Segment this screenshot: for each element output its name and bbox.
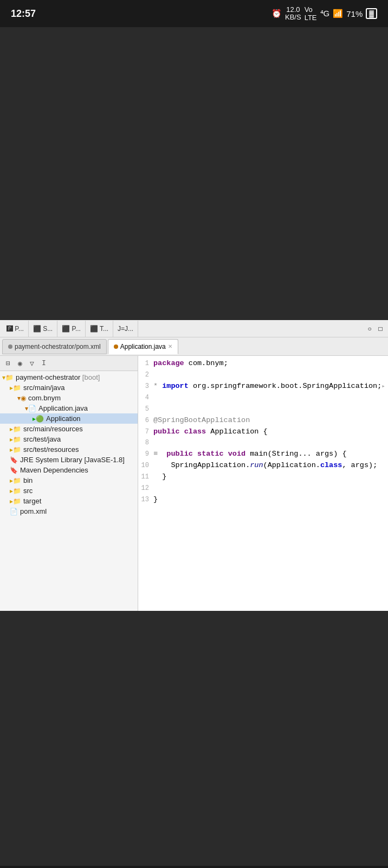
time-display: 12:57	[11, 8, 36, 20]
status-icons: ⏰ 12.0KB/S VoLTE ⁴G 📶 71% ▓	[271, 5, 377, 22]
code-line-11: 11 }	[138, 471, 388, 483]
com-bnym-label: com.bnym	[28, 394, 61, 402]
left-panel: ⊟ ◉ ▽ I ▾📁 payment-ochestrator [boot] ▸📁…	[0, 356, 138, 611]
panel-menu-button[interactable]: □	[375, 325, 386, 333]
collapse-all-icon[interactable]: ⊟	[3, 359, 13, 368]
tree-item-maven-deps[interactable]: 🔖 Maven Dependencies	[0, 465, 138, 475]
tab-application-java[interactable]: Application.java ✕	[108, 339, 178, 354]
src-main-resources-label: src/main/resources	[23, 425, 83, 433]
tree-item-jre-lib[interactable]: 🔖 JRE System Library [JavaSE-1.8]	[0, 455, 138, 465]
bottom-background-area	[0, 611, 388, 866]
link-with-editor-icon[interactable]: ◉	[15, 359, 25, 368]
panel-tabs-row[interactable]: 🅿 P... ⬛ S... ⬛ P... ⬛ T... J=J... ○ □	[0, 320, 388, 337]
tree-item-src-main-resources[interactable]: ▸📁 src/main/resources	[0, 424, 138, 434]
tree-item-application-java[interactable]: ▾📄 Application.java	[0, 403, 138, 413]
src-test-resources-icon: ▸📁	[10, 446, 21, 454]
panel-tab-s[interactable]: ⬛ S...	[29, 321, 57, 337]
tree-item-com-bnym[interactable]: ▾◉ com.bnym	[0, 393, 138, 403]
tree-item-src-test-java[interactable]: ▸📁 src/test/java	[0, 434, 138, 444]
line-content-1: package com.bnym;	[153, 358, 388, 369]
maven-deps-icon: 🔖	[10, 467, 18, 474]
src-icon: ▸📁	[10, 487, 21, 495]
code-line-12: 12	[138, 483, 388, 494]
more-options-icon[interactable]: I	[39, 359, 49, 368]
target-label: target	[23, 497, 41, 505]
tree-item-src[interactable]: ▸📁 src	[0, 486, 138, 496]
panel-tab-j[interactable]: J=J...	[113, 321, 138, 337]
line-content-10: SpringApplication.run(Application.class,…	[153, 460, 388, 471]
panel-tab-s-label: ⬛ S...	[33, 325, 53, 333]
tab-close-hint: ✕	[168, 343, 172, 349]
tree-item-project-root[interactable]: ▾📁 payment-ochestrator [boot]	[0, 372, 138, 382]
project-tree[interactable]: ▾📁 payment-ochestrator [boot] ▸📁 src/mai…	[0, 371, 138, 611]
code-line-4: 4	[138, 392, 388, 404]
line-content-3: * import org.springframework.boot.Spring…	[153, 381, 388, 392]
application-java-label: Application.java	[38, 404, 88, 412]
line-content-9: ≡ public static void main(String... args…	[153, 449, 388, 460]
tab-pom-dot	[8, 344, 12, 349]
src-main-java-label: src/main/java	[23, 384, 65, 392]
package-expand-icon: ▾◉	[17, 394, 26, 402]
line-number-5: 5	[138, 404, 153, 414]
tree-item-src-main-java[interactable]: ▸📁 src/main/java	[0, 382, 138, 393]
src-test-java-icon: ▸📁	[10, 436, 21, 443]
tree-item-bin[interactable]: ▸📁 bin	[0, 475, 138, 486]
tree-item-application-class[interactable]: ▸🟢 Application	[0, 413, 138, 424]
line-number-8: 8	[138, 437, 153, 448]
line-number-11: 11	[138, 471, 153, 482]
line-content-6: @SpringBootApplication	[153, 415, 388, 426]
tab-pom-xml[interactable]: payment-ochestrator/pom.xml	[2, 339, 107, 354]
panel-tab-p1-label: 🅿 P...	[7, 325, 24, 333]
panel-tab-p1[interactable]: 🅿 P...	[2, 321, 29, 337]
line-content-13: }	[153, 494, 388, 506]
project-toolbar: ⊟ ◉ ▽ I	[0, 356, 138, 371]
status-bar: 12:57 ⏰ 12.0KB/S VoLTE ⁴G 📶 71% ▓	[0, 0, 388, 27]
tab-java-dot	[114, 344, 118, 349]
project-root-icon: ▾📁	[2, 374, 14, 381]
code-line-7: 7 public class Application {	[138, 426, 388, 438]
src-test-java-label: src/test/java	[23, 435, 61, 443]
code-line-9: 9 ≡ public static void main(String... ar…	[138, 449, 388, 460]
project-root-label: payment-ochestrator [boot]	[16, 373, 100, 381]
tab-java-label: Application.java	[120, 343, 166, 350]
code-line-6: 6 @SpringBootApplication	[138, 415, 388, 426]
application-class-label: Application	[46, 414, 81, 423]
maven-deps-label: Maven Dependencies	[20, 466, 88, 474]
code-line-3: 3 * import org.springframework.boot.Spri…	[138, 381, 388, 392]
line-content-12	[153, 483, 388, 494]
code-line-13: 13 }	[138, 494, 388, 506]
panel-tab-t[interactable]: ⬛ T...	[86, 321, 113, 337]
line-number-6: 6	[138, 415, 153, 426]
src-test-resources-label: src/test/resources	[23, 445, 79, 454]
speed-display: 12.0KB/S	[285, 6, 301, 22]
tree-item-src-test-resources[interactable]: ▸📁 src/test/resources	[0, 444, 138, 455]
panel-tab-t-label: ⬛ T...	[90, 325, 108, 333]
line-number-1: 1	[138, 358, 153, 369]
line-content-2	[153, 369, 388, 381]
tree-item-pom-xml[interactable]: 📄 pom.xml	[0, 506, 138, 516]
code-lines-area: 1 package com.bnym; 2 3 * import org.spr…	[138, 356, 388, 611]
line-number-7: 7	[138, 426, 153, 437]
filter-icon[interactable]: ▽	[27, 359, 37, 368]
code-line-5: 5	[138, 404, 388, 415]
line-number-12: 12	[138, 483, 153, 494]
code-line-8: 8	[138, 437, 388, 449]
java-file-expand-icon: ▾📄	[25, 405, 36, 412]
file-tabs-bar[interactable]: payment-ochestrator/pom.xml Application.…	[0, 337, 388, 356]
panel-tab-j-label: J=J...	[118, 325, 133, 333]
battery-display: 71%	[346, 9, 363, 18]
panel-tab-p2[interactable]: ⬛ P...	[57, 321, 86, 337]
bin-label: bin	[23, 476, 33, 484]
class-icon: ▸🟢	[33, 415, 44, 423]
line-content-7: public class Application {	[153, 426, 388, 438]
tab-pom-label: payment-ochestrator/pom.xml	[15, 343, 101, 350]
navigation-bar	[0, 866, 388, 868]
line-number-13: 13	[138, 494, 153, 505]
top-background-area	[0, 27, 388, 320]
panel-tab-p2-label: ⬛ P...	[62, 325, 81, 333]
tree-item-target[interactable]: ▸📁 target	[0, 496, 138, 506]
ide-body: ⊟ ◉ ▽ I ▾📁 payment-ochestrator [boot] ▸📁…	[0, 356, 388, 611]
minimize-panel-button[interactable]: ○	[364, 325, 375, 333]
network-display: VoLTE	[305, 5, 317, 22]
code-editor[interactable]: 1 package com.bnym; 2 3 * import org.spr…	[138, 356, 388, 611]
